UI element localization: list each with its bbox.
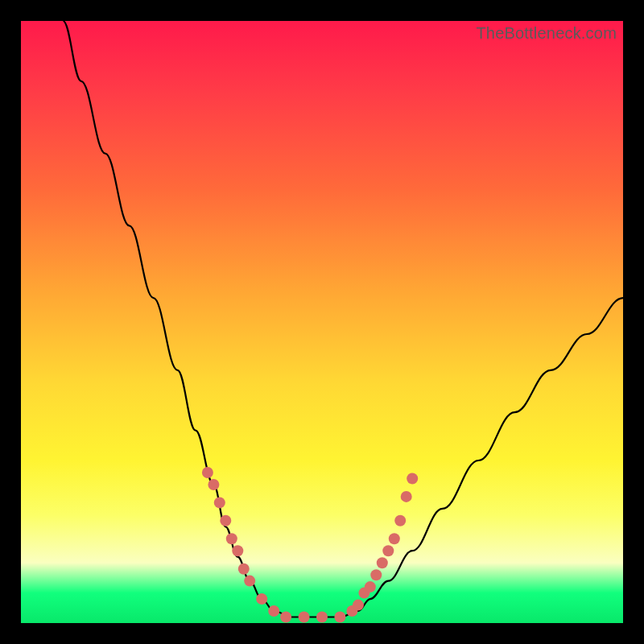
marker-group xyxy=(202,467,418,623)
curve-marker xyxy=(256,593,267,605)
chart-overlay xyxy=(21,21,623,623)
curve-marker xyxy=(389,533,400,544)
curve-marker xyxy=(299,612,310,623)
curve-marker xyxy=(382,545,394,556)
curve-marker xyxy=(268,605,279,617)
curve-marker xyxy=(244,576,255,587)
curve-marker xyxy=(316,612,328,623)
plot-area: TheBottleneck.com xyxy=(21,21,623,623)
curve-marker xyxy=(232,545,243,556)
curve-marker xyxy=(394,515,406,526)
curve-marker xyxy=(226,533,237,544)
curve-marker xyxy=(377,557,388,568)
curve-marker xyxy=(365,581,376,592)
curve-marker xyxy=(370,569,382,580)
curve-marker xyxy=(334,612,345,623)
bottleneck-curve xyxy=(63,21,623,617)
curve-marker xyxy=(238,564,250,575)
curve-marker xyxy=(280,612,291,623)
curve-marker xyxy=(202,467,213,478)
curve-marker xyxy=(401,491,412,502)
curve-marker xyxy=(208,479,219,490)
curve-marker xyxy=(353,600,364,611)
chart-canvas: TheBottleneck.com xyxy=(0,0,644,644)
curve-marker xyxy=(407,473,418,485)
curve-marker xyxy=(214,497,225,508)
curve-marker xyxy=(220,515,231,526)
